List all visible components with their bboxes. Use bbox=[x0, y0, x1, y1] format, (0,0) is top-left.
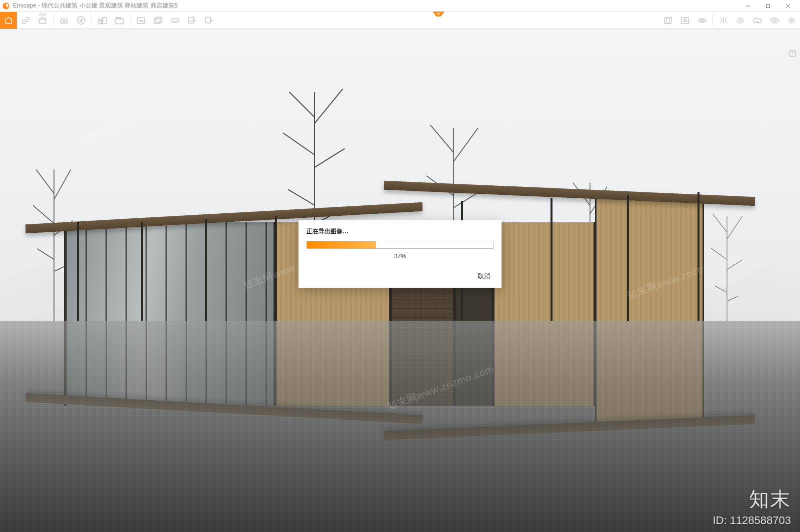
window-minimize-button[interactable] bbox=[738, 0, 758, 12]
watermark-id-label: ID: bbox=[712, 514, 726, 527]
buildings-icon[interactable] bbox=[94, 12, 111, 29]
export-progress-dialog: 正在导出图像… 37% 取消 bbox=[298, 220, 502, 288]
binoculars-icon[interactable] bbox=[56, 12, 72, 29]
svg-rect-10 bbox=[156, 17, 162, 22]
progress-percent-label: 37% bbox=[306, 253, 494, 260]
progress-bar bbox=[306, 241, 494, 249]
window-maximize-button[interactable] bbox=[758, 0, 778, 12]
toolbar: BIM 360 EXE bbox=[0, 12, 800, 29]
scene-water bbox=[0, 321, 800, 532]
home-icon[interactable] bbox=[0, 12, 17, 29]
export-exe-icon[interactable]: EXE bbox=[184, 12, 200, 29]
map-icon[interactable] bbox=[660, 12, 676, 29]
svg-rect-21 bbox=[754, 19, 762, 23]
app-logo-icon bbox=[2, 2, 10, 10]
watermark-id-value: 1128588703 bbox=[730, 514, 791, 527]
watermark: 知末 ID: 1128588703 bbox=[712, 486, 791, 527]
window-title: Enscape - 现代公共建筑 小公建 景观建筑 驿站建筑 商店建筑5 bbox=[13, 1, 178, 10]
svg-point-4 bbox=[78, 17, 85, 24]
vr-split-icon[interactable] bbox=[715, 12, 732, 29]
toolbar-left: BIM 360 EXE bbox=[0, 12, 218, 28]
svg-rect-15 bbox=[206, 17, 210, 23]
svg-rect-1 bbox=[39, 19, 46, 23]
svg-point-20 bbox=[739, 19, 742, 22]
scene-tree bbox=[702, 200, 752, 331]
svg-rect-9 bbox=[154, 18, 160, 23]
svg-point-23 bbox=[790, 19, 793, 22]
viewport[interactable]: 公共厕所 Toilet 知末网www.znzmo.com 知末网www.znzm… bbox=[0, 29, 800, 532]
bim-badge: BIM bbox=[34, 13, 51, 16]
orbit-icon[interactable] bbox=[694, 12, 710, 29]
svg-point-17 bbox=[684, 19, 686, 22]
svg-rect-6 bbox=[102, 17, 106, 23]
bim-icon[interactable]: BIM bbox=[34, 12, 51, 29]
link-icon[interactable] bbox=[17, 12, 34, 29]
progress-bar-fill bbox=[307, 241, 376, 248]
svg-rect-0 bbox=[766, 4, 770, 7]
svg-rect-16 bbox=[682, 17, 689, 23]
cancel-button[interactable]: 取消 bbox=[474, 270, 494, 283]
headset-icon[interactable] bbox=[749, 12, 766, 29]
help-icon[interactable] bbox=[788, 49, 797, 58]
export-web-icon[interactable] bbox=[200, 12, 218, 29]
titlebar: Enscape - 现代公共建筑 小公建 景观建筑 驿站建筑 商店建筑5 bbox=[0, 0, 800, 12]
clapperboard-icon[interactable] bbox=[111, 12, 128, 29]
svg-point-3 bbox=[64, 20, 68, 23]
compass-icon[interactable] bbox=[72, 12, 90, 29]
screenshot2-icon[interactable] bbox=[676, 12, 694, 29]
svg-point-18 bbox=[701, 19, 704, 22]
window-controls bbox=[738, 0, 798, 12]
svg-text:EXE: EXE bbox=[190, 20, 193, 22]
window-close-button[interactable] bbox=[778, 0, 798, 12]
eye-icon[interactable] bbox=[766, 12, 783, 29]
svg-rect-7 bbox=[116, 19, 124, 24]
toolbar-expand-notch-icon[interactable] bbox=[432, 11, 444, 16]
sun-icon[interactable] bbox=[732, 12, 749, 29]
screenshot-icon[interactable] bbox=[132, 12, 150, 29]
toolbar-right bbox=[660, 12, 800, 28]
batch-render-icon[interactable] bbox=[150, 12, 166, 29]
pano360-icon[interactable]: 360 bbox=[166, 12, 184, 29]
svg-point-22 bbox=[774, 19, 776, 21]
gear-icon[interactable] bbox=[783, 12, 800, 29]
watermark-brand: 知末 bbox=[712, 486, 791, 513]
svg-text:360: 360 bbox=[174, 19, 178, 22]
dialog-title: 正在导出图像… bbox=[306, 227, 494, 236]
svg-point-2 bbox=[60, 20, 64, 23]
